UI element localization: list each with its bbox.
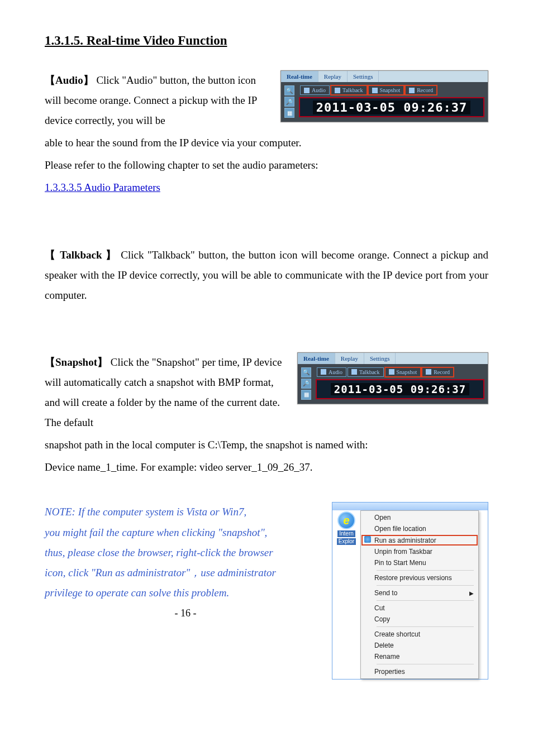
menu-create-shortcut[interactable]: Create shortcut bbox=[361, 629, 478, 640]
talkback-label: Talkback bbox=[56, 249, 106, 261]
embedded-figure-audio: Real-time Replay Settings 🔍 🔎 ▦ Audio Ta… bbox=[280, 70, 488, 122]
record-button[interactable]: Record bbox=[405, 85, 437, 95]
ie-label-2: Explor bbox=[337, 538, 356, 545]
snapshot-label: Snapshot bbox=[55, 356, 97, 368]
talkback-paragraph: 【 Talkback 】 Click "Talkback" button, th… bbox=[45, 245, 488, 305]
grid-icon[interactable]: ▦ bbox=[284, 108, 294, 118]
menu-cut[interactable]: Cut bbox=[361, 602, 478, 614]
menu-restore-versions[interactable]: Restore previous versions bbox=[361, 572, 478, 583]
zoom-out-icon[interactable]: 🔎 bbox=[284, 97, 294, 107]
grid-icon-2[interactable]: ▦ bbox=[301, 390, 311, 400]
menu-run-as-administrator[interactable]: Run as administrator bbox=[361, 534, 478, 546]
talkback-button-2[interactable]: Talkback bbox=[348, 367, 384, 377]
menu-copy[interactable]: Copy bbox=[361, 614, 478, 625]
section-heading: 1.3.1.5. Real-time Video Function bbox=[45, 34, 488, 48]
bracket-open: 【 bbox=[45, 74, 55, 86]
snapshot-text-3: Device name_1_time. For example: video s… bbox=[45, 457, 488, 477]
record-button-2[interactable]: Record bbox=[422, 367, 454, 377]
tab-replay[interactable]: Replay bbox=[318, 71, 348, 82]
video-preview-2: 2011-03-05 09:26:37 bbox=[316, 379, 484, 399]
snapshot-button[interactable]: Snapshot bbox=[368, 85, 404, 95]
timestamp-overlay-2: 2011-03-05 09:26:37 bbox=[331, 383, 469, 395]
zoom-in-icon-2[interactable]: 🔍 bbox=[301, 367, 311, 377]
windows-context-menu: Open Open file location Run as administr… bbox=[360, 510, 479, 679]
internet-explorer-icon[interactable]: e bbox=[337, 511, 355, 529]
video-preview: 2011-03-05 09:26:37 bbox=[299, 97, 484, 117]
submenu-arrow-icon: ▶ bbox=[469, 590, 474, 596]
menu-properties[interactable]: Properties bbox=[361, 666, 478, 677]
record-icon bbox=[409, 88, 415, 93]
audio-button-2[interactable]: Audio bbox=[317, 367, 346, 377]
embedded-figure-snapshot: Real-time Replay Settings 🔍 🔎 ▦ Audio Ta… bbox=[297, 352, 488, 404]
ie-label-1: Intern bbox=[337, 530, 355, 537]
menu-open[interactable]: Open bbox=[361, 512, 478, 523]
tab-realtime[interactable]: Real-time bbox=[281, 71, 318, 82]
snapshot-button-2[interactable]: Snapshot bbox=[385, 367, 421, 377]
audio-label: Audio bbox=[55, 74, 83, 86]
menu-unpin-taskbar[interactable]: Unpin from Taskbar bbox=[361, 546, 478, 557]
audio-icon bbox=[304, 88, 310, 93]
embedded-figure-context-menu: e Intern Explor Open Open file location … bbox=[332, 502, 488, 680]
zoom-in-icon[interactable]: 🔍 bbox=[284, 85, 294, 95]
menu-rename[interactable]: Rename bbox=[361, 651, 478, 662]
tab-realtime-2[interactable]: Real-time bbox=[298, 353, 335, 364]
bracket-close: 】 bbox=[83, 74, 94, 86]
audio-parameters-link[interactable]: 1.3.3.3.5 Audio Parameters bbox=[45, 181, 160, 193]
audio-text-3: Please refer to the following chapter to… bbox=[45, 155, 488, 175]
menu-send-to[interactable]: Send to▶ bbox=[361, 587, 478, 599]
talkback-button[interactable]: Talkback bbox=[331, 85, 367, 95]
tab-replay-2[interactable]: Replay bbox=[335, 353, 364, 364]
menu-pin-start[interactable]: Pin to Start Menu bbox=[361, 557, 478, 568]
audio-button[interactable]: Audio bbox=[300, 85, 330, 95]
shield-icon bbox=[364, 536, 371, 543]
menu-open-file-location[interactable]: Open file location bbox=[361, 523, 478, 534]
snapshot-text-2: snapshot path in the local computer is C… bbox=[45, 435, 488, 455]
menu-delete[interactable]: Delete bbox=[361, 640, 478, 651]
timestamp-overlay: 2011-03-05 09:26:37 bbox=[313, 101, 471, 114]
tab-settings-2[interactable]: Settings bbox=[364, 353, 396, 364]
tab-settings[interactable]: Settings bbox=[348, 71, 379, 82]
talkback-icon bbox=[335, 88, 340, 93]
audio-text-2: able to hear the sound from the IP devic… bbox=[45, 133, 488, 153]
snapshot-icon bbox=[372, 88, 378, 93]
zoom-out-icon-2[interactable]: 🔎 bbox=[301, 379, 311, 389]
